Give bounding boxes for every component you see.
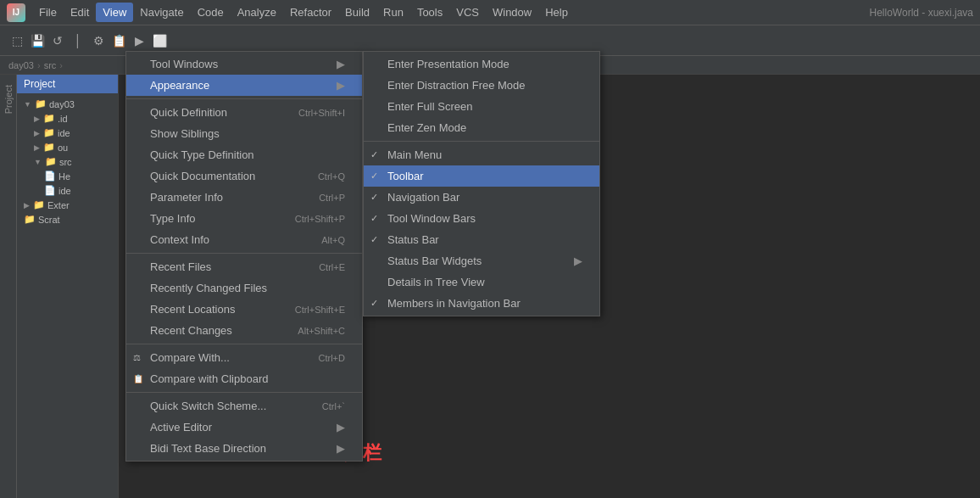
divider-2 <box>126 253 362 254</box>
tree-item-src[interactable]: ▼ 📁 src <box>17 154 118 169</box>
menu-main-menu[interactable]: ✓ Main Menu <box>364 144 599 165</box>
toolbar-icon-5[interactable]: 📋 <box>110 32 127 49</box>
enter-presentation-label: Enter Presentation Mode <box>387 58 509 70</box>
breadcrumb-sep2: › <box>59 60 63 70</box>
toolbar-icon-1[interactable]: ⬚ <box>8 32 25 49</box>
tree-item-scrat[interactable]: 📁 Scrat <box>17 212 118 227</box>
menu-refactor[interactable]: Refactor <box>283 3 338 22</box>
breadcrumb-src[interactable]: src <box>44 60 57 70</box>
menu-quick-doc[interactable]: Quick Documentation Ctrl+Q <box>126 165 362 187</box>
tree-item-id[interactable]: ▶ 📁 .id <box>17 111 118 126</box>
status-bar-check: ✓ <box>370 234 378 245</box>
breadcrumb-sep1: › <box>37 60 41 70</box>
menu-recently-changed[interactable]: Recently Changed Files <box>126 277 362 299</box>
tree-item-ide2[interactable]: 📄 ide <box>17 183 118 198</box>
tool-window-bars-label: Tool Window Bars <box>387 212 476 225</box>
menu-status-bar-widgets[interactable]: Status Bar Widgets ▶ <box>364 250 599 271</box>
menu-run[interactable]: Run <box>376 3 410 22</box>
bidi-text-label: Bidi Text Base Direction <box>150 442 266 455</box>
menu-toolbar[interactable]: ✓ Toolbar <box>364 165 599 187</box>
file-icon-ide2: 📄 <box>44 185 56 196</box>
members-navbar-check: ✓ <box>370 298 378 309</box>
menu-appearance[interactable]: Appearance ▶ <box>126 75 362 96</box>
menu-compare-with[interactable]: ⚖ Compare With... Ctrl+D <box>126 347 362 368</box>
project-tree: ▼ 📁 day03 ▶ 📁 .id ▶ 📁 ide ▶ 📁 ou ▼ � <box>17 93 118 230</box>
tree-item-he[interactable]: 📄 He <box>17 169 118 183</box>
menu-build[interactable]: Build <box>338 3 376 22</box>
view-menu-popup: Tool Windows ▶ Appearance ▶ Quick Defini… <box>125 51 363 462</box>
menu-tool-windows[interactable]: Tool Windows ▶ <box>126 53 362 75</box>
file-icon-he: 📄 <box>44 171 56 182</box>
menu-parameter-info[interactable]: Parameter Info Ctrl+P <box>126 187 362 208</box>
bidi-text-arrow: ▶ <box>337 442 345 455</box>
tree-arrow-exter: ▶ <box>24 201 30 210</box>
menu-recent-locations[interactable]: Recent Locations Ctrl+Shift+E <box>126 299 362 320</box>
parameter-info-shortcut: Ctrl+P <box>319 193 345 203</box>
enter-zen-label: Enter Zen Mode <box>387 121 466 134</box>
tool-windows-arrow: ▶ <box>337 58 345 70</box>
menu-enter-fullscreen[interactable]: Enter Full Screen <box>364 96 599 117</box>
menu-enter-zen[interactable]: Enter Zen Mode <box>364 117 599 138</box>
menu-navigation-bar[interactable]: ✓ Navigation Bar <box>364 187 599 208</box>
tree-item-day03[interactable]: ▼ 📁 day03 <box>17 97 118 111</box>
menu-tool-window-bars[interactable]: ✓ Tool Window Bars <box>364 208 599 229</box>
menu-tools[interactable]: Tools <box>410 3 449 22</box>
folder-icon-ou: 📁 <box>43 142 55 153</box>
active-editor-arrow: ▶ <box>337 421 345 434</box>
toolbar-icon-6[interactable]: ▶ <box>131 32 148 49</box>
menu-file[interactable]: File <box>32 3 64 22</box>
sidebar-strip: Project <box>0 75 17 498</box>
menu-context-info[interactable]: Context Info Alt+Q <box>126 229 362 250</box>
menu-window[interactable]: Window <box>486 3 538 22</box>
sidebar-project-label[interactable]: Project <box>3 78 14 120</box>
quick-definition-label: Quick Definition <box>150 106 227 119</box>
menu-status-bar[interactable]: ✓ Status Bar <box>364 229 599 250</box>
menu-recent-files[interactable]: Recent Files Ctrl+E <box>126 256 362 277</box>
menu-quick-switch[interactable]: Quick Switch Scheme... Ctrl+` <box>126 395 362 417</box>
members-navbar-label: Members in Navigation Bar <box>387 297 521 310</box>
enter-fullscreen-label: Enter Full Screen <box>387 100 472 113</box>
breadcrumb-day03[interactable]: day03 <box>8 60 34 70</box>
recent-changes-shortcut: Alt+Shift+C <box>298 326 345 336</box>
show-siblings-label: Show Siblings <box>150 127 220 140</box>
tree-item-ide[interactable]: ▶ 📁 ide <box>17 126 118 140</box>
tree-item-exter[interactable]: ▶ 📁 Exter <box>17 198 118 212</box>
menu-compare-clipboard[interactable]: 📋 Compare with Clipboard <box>126 368 362 389</box>
toolbar-icon-4[interactable]: ⚙ <box>90 32 107 49</box>
compare-with-label: Compare With... <box>150 351 230 364</box>
menu-edit[interactable]: Edit <box>64 3 96 22</box>
menu-active-editor[interactable]: Active Editor ▶ <box>126 417 362 438</box>
menu-analyze[interactable]: Analyze <box>231 3 283 22</box>
toolbar-icon-7[interactable]: ⬜ <box>151 32 168 49</box>
toolbar-label: Toolbar <box>387 170 424 182</box>
menu-show-siblings[interactable]: Show Siblings <box>126 123 362 144</box>
menu-enter-presentation[interactable]: Enter Presentation Mode <box>364 53 599 75</box>
navigation-bar-label: Navigation Bar <box>387 191 459 204</box>
divider-3 <box>126 344 362 344</box>
toolbar-icon-2[interactable]: 💾 <box>29 32 46 49</box>
project-panel: Project ▼ 📁 day03 ▶ 📁 .id ▶ 📁 ide ▶ 📁 ou <box>17 75 119 498</box>
menu-help[interactable]: Help <box>538 3 575 22</box>
menu-enter-distraction[interactable]: Enter Distraction Free Mode <box>364 75 599 96</box>
menu-vcs[interactable]: VCS <box>449 3 486 22</box>
menu-quick-definition[interactable]: Quick Definition Ctrl+Shift+I <box>126 102 362 123</box>
app-logo: IJ <box>7 3 25 22</box>
tree-item-ou[interactable]: ▶ 📁 ou <box>17 140 118 154</box>
type-info-shortcut: Ctrl+Shift+P <box>295 214 345 224</box>
quick-doc-shortcut: Ctrl+Q <box>318 171 345 182</box>
menu-members-navbar[interactable]: ✓ Members in Navigation Bar <box>364 293 599 314</box>
appearance-divider-1 <box>364 141 599 142</box>
menu-details-tree[interactable]: Details in Tree View <box>364 271 599 293</box>
menu-bidi-text[interactable]: Bidi Text Base Direction ▶ <box>126 438 362 459</box>
menu-navigate[interactable]: Navigate <box>133 3 190 22</box>
toolbar-icon-separator: │ <box>70 32 86 49</box>
context-info-label: Context Info <box>150 233 209 246</box>
active-editor-label: Active Editor <box>150 421 212 434</box>
menu-view[interactable]: View <box>96 3 133 22</box>
divider-1 <box>126 98 362 99</box>
menu-code[interactable]: Code <box>191 3 231 22</box>
toolbar-icon-3[interactable]: ↺ <box>49 32 66 49</box>
menu-quick-type-def[interactable]: Quick Type Definition <box>126 144 362 165</box>
menu-type-info[interactable]: Type Info Ctrl+Shift+P <box>126 208 362 229</box>
menu-recent-changes[interactable]: Recent Changes Alt+Shift+C <box>126 320 362 341</box>
